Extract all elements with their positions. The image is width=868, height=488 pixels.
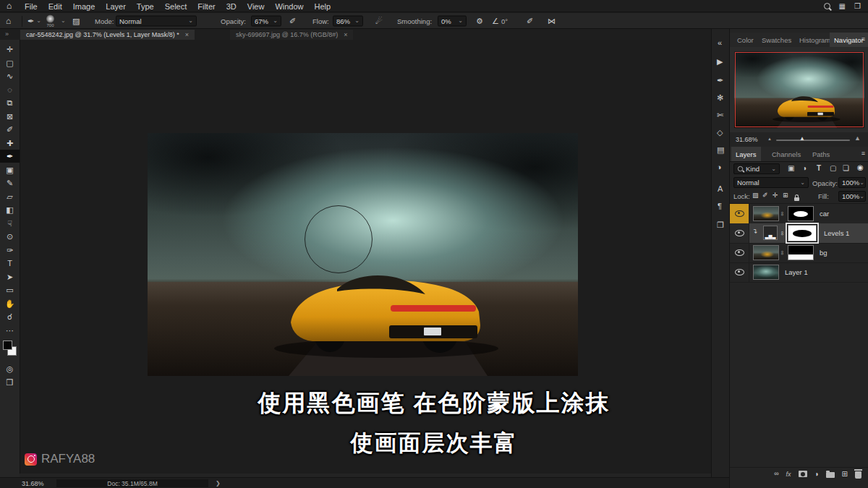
flow-select[interactable]: 86% ⌄ [333, 15, 363, 26]
link-layers-icon[interactable]: ∞ [774, 471, 778, 477]
canvas-document[interactable] [148, 133, 578, 376]
menu-item-edit[interactable]: Edit [48, 2, 62, 11]
document-tab-inactive[interactable]: sky-699697.jpg @ 16.7% (RGB/8#) × [230, 30, 353, 40]
layer-thumbnail[interactable] [753, 265, 779, 280]
tab-layers[interactable]: Layers [731, 147, 761, 161]
dodge-tool[interactable]: ⊙ [0, 230, 20, 243]
home-icon[interactable]: ⌂ [7, 1, 12, 10]
document-tab-active[interactable]: car-5548242.jpg @ 31.7% (Levels 1, Layer… [20, 30, 195, 40]
airbrush-icon[interactable]: ☄ [375, 17, 383, 25]
layer-row-bg[interactable]: ∞ bg [730, 243, 868, 263]
tab-swatches[interactable]: Swatches [757, 33, 796, 47]
search-icon[interactable] [824, 3, 830, 9]
brush-preset-picker[interactable]: ✒ ⌄ [27, 17, 41, 25]
layer-style-fx-icon[interactable]: fx [786, 471, 791, 478]
layer-row-car[interactable]: ∞ car [730, 204, 868, 224]
lock-position-icon[interactable]: ✛ [773, 192, 778, 199]
smudge-tool[interactable]: ☟ [0, 217, 20, 230]
visibility-cell[interactable] [730, 262, 749, 282]
layer-thumbnail[interactable] [753, 245, 779, 260]
pressure-opacity-icon[interactable]: ✐ [289, 17, 296, 25]
symmetry-icon[interactable]: ⋈ [548, 17, 556, 25]
layer-name[interactable]: bg [820, 249, 827, 257]
visibility-cell[interactable] [730, 243, 749, 262]
navigator-zoom-slider-thumb[interactable]: ▲ [799, 135, 805, 142]
edit-toolbar-icon[interactable]: ⋯ [0, 324, 20, 337]
fill-select[interactable]: 100% ⌄ [838, 191, 866, 202]
marquee-tool[interactable]: ▢ [0, 56, 20, 69]
zoom-tool[interactable]: ☌ [0, 310, 20, 323]
menu-item-help[interactable]: Help [315, 2, 331, 11]
move-tool[interactable]: ✛ [0, 43, 20, 56]
filter-shape-icon[interactable]: ▢ [830, 165, 836, 172]
menu-item-layer[interactable]: Layer [106, 2, 126, 11]
new-layer-icon[interactable]: ⊞ [842, 471, 848, 478]
zoom-in-icon[interactable]: ▲ [854, 134, 861, 142]
eye-icon[interactable] [735, 230, 744, 236]
delete-layer-icon[interactable] [855, 471, 861, 479]
navigator-thumbnail[interactable] [734, 51, 864, 128]
workspace-icon[interactable]: ▦ [839, 3, 846, 10]
menu-item-file[interactable]: File [25, 2, 38, 11]
mode-select[interactable]: Normal ⌄ [116, 15, 197, 26]
opacity-select[interactable]: 67% ⌄ [251, 15, 281, 26]
eye-icon[interactable] [735, 269, 744, 275]
layer-row-layer-1[interactable]: Layer 1 [730, 262, 868, 283]
foreground-color-swatch[interactable] [3, 341, 12, 350]
mask-link-icon[interactable]: ∞ [779, 251, 786, 255]
chevron-down-icon[interactable]: ⌄ [61, 18, 66, 24]
clone-source-icon[interactable]: ✄ [717, 111, 723, 119]
blend-mode-select[interactable]: Normal ⌄ [733, 177, 809, 188]
navigator-zoom-slider[interactable] [776, 140, 850, 141]
type-tool[interactable]: T [0, 257, 20, 270]
home-screen-button[interactable]: ⌂ [6, 17, 11, 25]
spot-healing-tool[interactable]: ✚ [0, 137, 20, 150]
filter-pixel-icon[interactable]: ▣ [788, 165, 794, 172]
tab-paths[interactable]: Paths [808, 147, 834, 161]
new-adjustment-layer-icon[interactable]: ◑ [814, 471, 819, 478]
shape-tool[interactable]: ▭ [0, 283, 20, 296]
new-group-icon[interactable] [826, 472, 835, 478]
panel-menu-icon[interactable]: ≡ [861, 150, 865, 157]
brushes-icon[interactable]: ✻ [717, 94, 723, 102]
eyedropper-tool[interactable]: ✐ [0, 123, 20, 136]
menu-item-type[interactable]: Type [137, 2, 154, 11]
menu-item-3d[interactable]: 3D [226, 2, 237, 11]
mask-link-icon[interactable]: ∞ [779, 231, 786, 236]
close-icon[interactable]: × [185, 31, 189, 38]
layers-opacity-select[interactable]: 100% ⌄ [838, 177, 866, 188]
filter-adjustment-icon[interactable]: ◑ [802, 165, 807, 172]
tab-color[interactable]: Color [733, 33, 758, 47]
pen-tool[interactable]: ✑ [0, 244, 20, 257]
clone-stamp-tool[interactable]: ▣ [0, 163, 20, 176]
menu-item-select[interactable]: Select [165, 2, 187, 11]
brush-settings-toggle-icon[interactable]: ▨ [72, 17, 80, 25]
adjustments-icon[interactable]: ◑ [717, 163, 722, 171]
histogram-icon[interactable]: ▤ [717, 146, 724, 154]
filter-toggle-icon[interactable]: ◉ [857, 164, 864, 171]
lock-artboard-icon[interactable]: ⊞ [783, 192, 788, 199]
lasso-tool[interactable]: ∿ [0, 69, 20, 82]
brush-size-preview[interactable]: 700 [46, 14, 54, 27]
status-zoom-value[interactable]: 31.68% [22, 480, 44, 487]
eraser-tool[interactable]: ▱ [0, 190, 20, 203]
brush-angle-control[interactable]: ∠ 0° [492, 17, 508, 25]
menu-item-window[interactable]: Window [275, 2, 303, 11]
navigator-zoom-value[interactable]: 31.68% [736, 136, 758, 143]
history-brush-tool[interactable]: ✎ [0, 176, 20, 189]
panel-menu-icon[interactable]: ≡ [861, 36, 865, 43]
actions-icon[interactable]: ▶ [717, 58, 723, 66]
eye-icon[interactable] [735, 249, 744, 256]
eye-icon[interactable] [735, 210, 744, 217]
gradient-tool[interactable]: ◧ [0, 203, 20, 216]
filter-smart-object-icon[interactable]: ❏ [843, 165, 849, 172]
frame-tool[interactable]: ⊠ [0, 110, 20, 123]
layer-name[interactable]: Layer 1 [785, 268, 808, 276]
mask-link-icon[interactable]: ∞ [779, 212, 786, 216]
layer-thumbnail[interactable] [753, 206, 779, 221]
hand-tool[interactable]: ✋ [0, 297, 20, 310]
layer-row-levels-1[interactable]: ↴ ▃▆▃ ∞ Levels 1 [730, 223, 868, 244]
navigator-view-frame[interactable] [735, 52, 864, 127]
layer-mask-thumbnail[interactable] [788, 245, 814, 260]
crop-tool[interactable]: ⧉ [0, 96, 20, 109]
